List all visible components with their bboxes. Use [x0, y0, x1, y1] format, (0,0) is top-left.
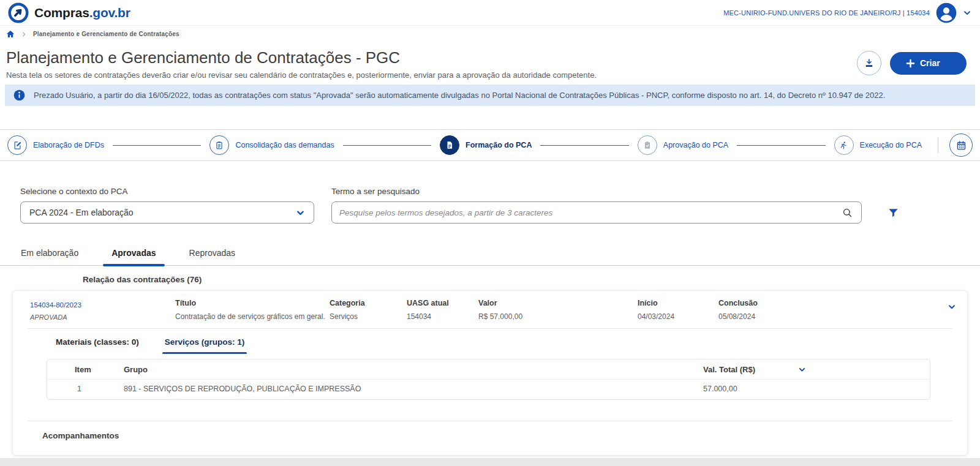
- select-value: PCA 2024 - Em elaboração: [29, 208, 134, 217]
- step-connector: [343, 145, 431, 146]
- sort-chevron-icon[interactable]: [798, 366, 806, 374]
- breadcrumb: Planejamento e Gerenciamento de Contrata…: [0, 26, 980, 42]
- alert-text: Prezado Usuário, a partir do dia 16/05/2…: [34, 91, 885, 100]
- download-button[interactable]: [857, 51, 881, 75]
- field-inicio-label: Início: [638, 299, 718, 307]
- field-categoria-label: Categoria: [330, 299, 407, 307]
- stepper-divider: [938, 137, 938, 153]
- field-uasg-label: UASG atual: [407, 299, 478, 307]
- items-table: Item Grupo Val. Total (R$) 1 891 - SERVI…: [47, 359, 930, 400]
- search-input[interactable]: [339, 208, 841, 217]
- step-formacao-pca[interactable]: Formação do PCA: [440, 135, 532, 155]
- user-area: MEC-UNIRIO-FUND.UNIVERS DO RIO DE JANEIR…: [723, 2, 971, 23]
- logo-text: Compras.gov.br: [34, 6, 130, 20]
- field-titulo-value: Contratação de de serviços gráficos em g…: [175, 312, 330, 321]
- field-inicio-value: 04/03/2024: [638, 312, 718, 321]
- pca-context-select[interactable]: PCA 2024 - Em elaboração: [20, 201, 314, 224]
- top-bar: Compras.gov.br MEC-UNIRIO-FUND.UNIVERS D…: [0, 0, 980, 26]
- step-elaboracao-dfds[interactable]: Elaboração de DFDs: [7, 135, 104, 155]
- status-tabs: Em elaboração Aprovadas Reprovadas: [0, 242, 980, 266]
- document-pencil-icon: [7, 135, 27, 155]
- home-icon[interactable]: [6, 30, 15, 39]
- breadcrumb-separator-icon: [21, 31, 27, 37]
- chevron-down-icon: [296, 208, 305, 217]
- calendar-icon: [956, 140, 967, 151]
- tab-materiais[interactable]: Materiais (classes: 0): [56, 337, 139, 354]
- contract-id-cell: 154034-80/2023 APROVADA: [30, 299, 175, 321]
- tab-servicos[interactable]: Serviços (grupos: 1): [165, 337, 245, 354]
- field-valor-value: R$ 57.000,00: [478, 312, 638, 321]
- field-categoria: Categoria Serviços: [330, 299, 407, 321]
- contract-status: APROVADA: [30, 314, 175, 321]
- contract-card: 154034-80/2023 APROVADA Título Contrataç…: [12, 290, 968, 456]
- plus-icon: [906, 59, 915, 68]
- header-grupo: Grupo: [124, 365, 703, 374]
- search-term-label: Termo a ser pesquisado: [331, 187, 862, 196]
- search-icon: [842, 208, 853, 218]
- field-conclusao-label: Conclusão: [718, 299, 948, 307]
- step-label: Aprovação do PCA: [663, 141, 728, 149]
- step-label: Formação do PCA: [466, 141, 532, 149]
- cell-item: 1: [47, 385, 124, 393]
- field-conclusao-value: 05/08/2024: [718, 312, 948, 321]
- info-icon: [13, 89, 25, 101]
- step-aprovacao-pca[interactable]: Aprovação do PCA: [638, 135, 728, 155]
- avatar-icon[interactable]: [936, 2, 957, 23]
- calendar-button[interactable]: [949, 133, 973, 157]
- compras-govbr-logo[interactable]: Compras.gov.br: [7, 2, 130, 24]
- items-table-header: Item Grupo Val. Total (R$): [47, 359, 930, 380]
- page-actions: Criar: [857, 51, 967, 75]
- filter-button[interactable]: [888, 207, 899, 219]
- step-label: Elaboração de DFDs: [33, 141, 104, 149]
- funnel-icon: [888, 207, 899, 219]
- step-execucao-pca[interactable]: Execução do PCA: [834, 135, 922, 155]
- search-box: [331, 201, 862, 224]
- user-menu-chevron-icon[interactable]: [963, 9, 971, 17]
- search-button[interactable]: [841, 206, 854, 219]
- clipboard-check-icon: [638, 135, 657, 155]
- field-valor-label: Valor: [478, 299, 638, 307]
- runner-icon: [834, 135, 854, 155]
- acompanhamentos-header[interactable]: Acompanhamentos: [13, 421, 967, 455]
- row-collapse-chevron-icon[interactable]: [948, 303, 956, 311]
- header-item: Item: [47, 365, 124, 374]
- field-valor: Valor R$ 57.000,00: [478, 299, 638, 321]
- step-connector: [540, 145, 628, 146]
- pca-stepper: Elaboração de DFDs Consolidação das dema…: [0, 129, 980, 161]
- field-uasg-value: 154034: [407, 312, 478, 321]
- breadcrumb-item[interactable]: Planejamento e Gerenciamento de Contrata…: [33, 31, 179, 37]
- page-subtitle: Nesta tela os setores de contratações de…: [6, 70, 597, 80]
- field-conclusao: Conclusão 05/08/2024: [718, 299, 948, 321]
- cell-grupo: 891 - SERVIÇOS DE REPRODUÇÃO, PUBLICAÇÃO…: [124, 385, 703, 393]
- footer-strip: [0, 458, 980, 466]
- clipboard-icon: [209, 135, 229, 155]
- step-consolidacao-demandas[interactable]: Consolidação das demandas: [209, 135, 334, 155]
- tab-em-elaboracao[interactable]: Em elaboração: [17, 242, 82, 265]
- list-title: Relação das contratações (76): [83, 275, 980, 284]
- step-connector: [737, 145, 825, 146]
- logo-icon: [7, 2, 29, 24]
- download-icon: [864, 58, 875, 69]
- create-button-label: Criar: [920, 58, 940, 68]
- filters-section: Selecione o contexto do PCA PCA 2024 - E…: [0, 187, 980, 224]
- page-head-titles: Planejamento e Gerenciamento de Contrata…: [6, 48, 597, 80]
- step-label: Execução do PCA: [860, 141, 922, 149]
- cell-val-total: 57.000,00: [703, 385, 737, 393]
- field-inicio: Início 04/03/2024: [638, 299, 718, 321]
- page-title: Planejamento e Gerenciamento de Contrata…: [6, 48, 597, 67]
- step-connector: [113, 145, 201, 146]
- context-field: Selecione o contexto do PCA PCA 2024 - E…: [20, 187, 314, 224]
- tab-reprovadas[interactable]: Reprovadas: [186, 242, 239, 265]
- table-row: 1 891 - SERVIÇOS DE REPRODUÇÃO, PUBLICAÇ…: [47, 380, 930, 399]
- page-head: Planejamento e Gerenciamento de Contrata…: [0, 42, 980, 80]
- field-categoria-value: Serviços: [330, 312, 407, 321]
- tab-aprovadas[interactable]: Aprovadas: [108, 242, 159, 265]
- step-label: Consolidação das demandas: [235, 141, 334, 149]
- search-field: Termo a ser pesquisado: [331, 187, 862, 224]
- field-titulo-label: Título: [175, 299, 330, 307]
- field-uasg: UASG atual 154034: [407, 299, 478, 321]
- org-label: MEC-UNIRIO-FUND.UNIVERS DO RIO DE JANEIR…: [723, 9, 930, 17]
- contract-number-link[interactable]: 154034-80/2023: [30, 301, 81, 309]
- contract-row: 154034-80/2023 APROVADA Título Contrataç…: [13, 291, 967, 328]
- create-button[interactable]: Criar: [890, 52, 967, 75]
